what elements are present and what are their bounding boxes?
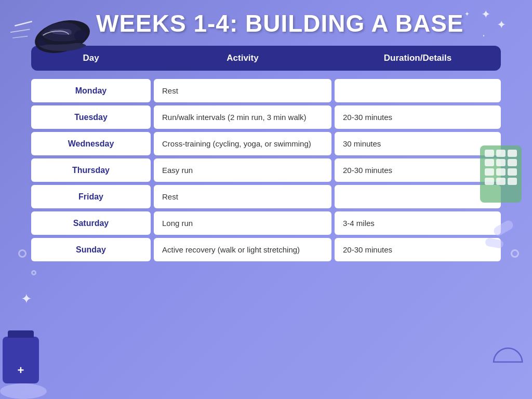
- calc-btn: [496, 159, 506, 166]
- circle-decor-3: [511, 249, 519, 258]
- calc-btn: [496, 150, 506, 157]
- calc-btn: [485, 150, 494, 157]
- duration-cell: 3-4 miles: [335, 211, 501, 235]
- pill-bottle-decor: +: [3, 337, 39, 383]
- activity-cell: Rest: [154, 79, 331, 102]
- day-cell: Tuesday: [31, 105, 151, 129]
- pill-cross-icon: +: [18, 364, 24, 377]
- table-row: ThursdayEasy run20-30 minutes: [31, 158, 501, 182]
- day-cell: Wednesday: [31, 132, 151, 155]
- calc-row-3: [484, 168, 517, 176]
- duration-cell: 20-30 minutes: [335, 105, 501, 129]
- pills-spill-decor: [0, 383, 47, 399]
- duration-cell: [335, 79, 501, 102]
- calc-row-2: [484, 159, 517, 166]
- svg-line-0: [15, 21, 32, 25]
- table-row: TuesdayRun/walk intervals (2 min run, 3 …: [31, 105, 501, 129]
- activity-cell: Rest: [154, 185, 331, 208]
- column-headers: Day Activity Duration/Details: [31, 46, 501, 71]
- calc-btn: [508, 159, 517, 166]
- svg-line-2: [12, 36, 28, 38]
- calc-btn: [496, 168, 506, 176]
- day-cell: Thursday: [31, 158, 151, 182]
- dna-helix-decor: ⌓: [491, 325, 524, 373]
- table-row: WednesdayCross-training (cycling, yoga, …: [31, 132, 501, 155]
- activity-column-header: Activity: [151, 53, 335, 63]
- calculator-decor: [480, 145, 522, 203]
- day-cell: Saturday: [31, 211, 151, 235]
- day-cell: Monday: [31, 79, 151, 102]
- duration-cell: 30 minutes: [335, 132, 501, 155]
- duration-cell: 20-30 minutes: [335, 238, 501, 261]
- page-title: WEEKS 1-4: BUILDING A BASE: [96, 9, 464, 37]
- shoe-icon: [5, 4, 94, 56]
- day-cell: Sunday: [31, 238, 151, 261]
- table-row: MondayRest: [31, 79, 501, 102]
- calc-row-1: [484, 150, 517, 157]
- activity-cell: Run/walk intervals (2 min run, 3 min wal…: [154, 105, 331, 129]
- star-decor-5: ✦: [21, 291, 32, 307]
- schedule-table: MondayRestTuesdayRun/walk intervals (2 m…: [31, 79, 501, 261]
- calc-btn: [508, 178, 517, 185]
- activity-cell: Long run: [154, 211, 331, 235]
- activity-cell: Active recovery (walk or light stretchin…: [154, 238, 331, 261]
- day-cell: Friday: [31, 185, 151, 208]
- table-row: SaturdayLong run3-4 miles: [31, 211, 501, 235]
- activity-cell: Easy run: [154, 158, 331, 182]
- calc-btn: [496, 178, 506, 185]
- calc-btn: [508, 168, 517, 176]
- circle-decor-2: [31, 270, 36, 275]
- circle-decor-1: [18, 249, 26, 258]
- duration-cell: 20-30 minutes: [335, 158, 501, 182]
- svg-line-1: [10, 29, 30, 32]
- table-row: FridayRest: [31, 185, 501, 208]
- table-row: SundayActive recovery (walk or light str…: [31, 238, 501, 261]
- header: WEEKS 1-4: BUILDING A BASE: [0, 0, 532, 43]
- activity-cell: Cross-training (cycling, yoga, or swimmi…: [154, 132, 331, 155]
- calc-btn: [485, 159, 494, 166]
- calc-btn: [485, 168, 494, 176]
- duration-column-header: Duration/Details: [335, 53, 501, 63]
- calc-row-4: [484, 178, 517, 185]
- duration-cell: [335, 185, 501, 208]
- calc-btn: [485, 178, 494, 185]
- calc-btn: [508, 150, 517, 157]
